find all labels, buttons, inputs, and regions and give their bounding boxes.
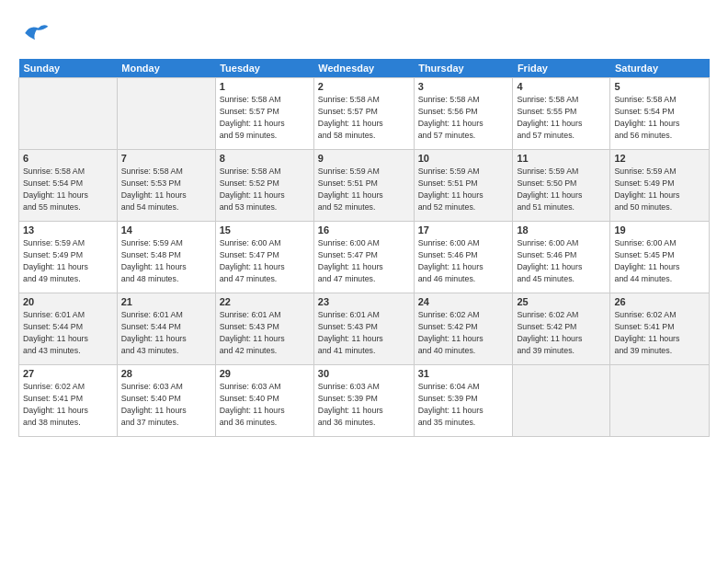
day-cell: 25Sunrise: 6:02 AM Sunset: 5:42 PM Dayli… xyxy=(513,293,610,365)
day-number: 8 xyxy=(220,153,310,164)
day-number: 23 xyxy=(318,296,410,307)
day-number: 12 xyxy=(614,153,705,164)
header-row: SundayMondayTuesdayWednesdayThursdayFrid… xyxy=(19,59,710,78)
week-row-1: 1Sunrise: 5:58 AM Sunset: 5:57 PM Daylig… xyxy=(19,78,710,150)
day-number: 25 xyxy=(517,296,606,307)
day-detail: Sunrise: 6:02 AM Sunset: 5:42 PM Dayligh… xyxy=(418,310,483,355)
day-cell: 22Sunrise: 6:01 AM Sunset: 5:43 PM Dayli… xyxy=(215,293,313,365)
day-detail: Sunrise: 6:00 AM Sunset: 5:47 PM Dayligh… xyxy=(220,238,285,283)
day-cell: 2Sunrise: 5:58 AM Sunset: 5:57 PM Daylig… xyxy=(313,78,414,150)
day-cell: 24Sunrise: 6:02 AM Sunset: 5:42 PM Dayli… xyxy=(414,293,513,365)
day-detail: Sunrise: 5:58 AM Sunset: 5:57 PM Dayligh… xyxy=(318,95,383,140)
day-cell: 17Sunrise: 6:00 AM Sunset: 5:46 PM Dayli… xyxy=(414,222,513,293)
day-number: 7 xyxy=(121,153,211,164)
day-cell xyxy=(19,78,118,150)
day-number: 16 xyxy=(318,224,410,236)
day-detail: Sunrise: 5:59 AM Sunset: 5:48 PM Dayligh… xyxy=(121,238,187,283)
day-cell: 27Sunrise: 6:02 AM Sunset: 5:41 PM Dayli… xyxy=(19,365,118,437)
day-detail: Sunrise: 6:02 AM Sunset: 5:42 PM Dayligh… xyxy=(517,310,582,355)
day-cell: 15Sunrise: 6:00 AM Sunset: 5:47 PM Dayli… xyxy=(215,222,313,293)
day-detail: Sunrise: 5:58 AM Sunset: 5:53 PM Dayligh… xyxy=(121,167,187,212)
day-cell: 9Sunrise: 5:59 AM Sunset: 5:51 PM Daylig… xyxy=(313,150,414,222)
day-cell: 12Sunrise: 5:59 AM Sunset: 5:49 PM Dayli… xyxy=(610,150,710,222)
day-detail: Sunrise: 6:00 AM Sunset: 5:46 PM Dayligh… xyxy=(418,238,483,283)
day-cell: 6Sunrise: 5:58 AM Sunset: 5:54 PM Daylig… xyxy=(19,150,118,222)
day-cell: 10Sunrise: 5:59 AM Sunset: 5:51 PM Dayli… xyxy=(414,150,513,222)
day-cell: 18Sunrise: 6:00 AM Sunset: 5:46 PM Dayli… xyxy=(513,222,610,293)
day-detail: Sunrise: 5:58 AM Sunset: 5:55 PM Dayligh… xyxy=(517,95,582,140)
day-cell: 5Sunrise: 5:58 AM Sunset: 5:54 PM Daylig… xyxy=(610,78,710,150)
day-cell: 26Sunrise: 6:02 AM Sunset: 5:41 PM Dayli… xyxy=(610,293,710,365)
day-detail: Sunrise: 5:58 AM Sunset: 5:57 PM Dayligh… xyxy=(220,95,285,140)
day-detail: Sunrise: 5:59 AM Sunset: 5:49 PM Dayligh… xyxy=(614,167,679,212)
day-cell: 31Sunrise: 6:04 AM Sunset: 5:39 PM Dayli… xyxy=(414,365,513,437)
col-header-wednesday: Wednesday xyxy=(313,59,414,78)
day-cell: 20Sunrise: 6:01 AM Sunset: 5:44 PM Dayli… xyxy=(19,293,118,365)
day-number: 15 xyxy=(220,224,310,236)
day-detail: Sunrise: 5:58 AM Sunset: 5:54 PM Dayligh… xyxy=(23,167,88,212)
day-number: 9 xyxy=(318,153,410,164)
day-number: 31 xyxy=(418,368,509,379)
day-number: 29 xyxy=(220,368,310,379)
day-number: 3 xyxy=(418,81,509,92)
day-number: 6 xyxy=(23,153,113,164)
day-number: 10 xyxy=(418,153,509,164)
col-header-monday: Monday xyxy=(117,59,215,78)
day-detail: Sunrise: 6:03 AM Sunset: 5:40 PM Dayligh… xyxy=(121,382,187,427)
day-cell: 28Sunrise: 6:03 AM Sunset: 5:40 PM Dayli… xyxy=(117,365,215,437)
calendar-table: SundayMondayTuesdayWednesdayThursdayFrid… xyxy=(18,59,710,437)
day-number: 1 xyxy=(220,81,310,92)
day-cell: 7Sunrise: 5:58 AM Sunset: 5:53 PM Daylig… xyxy=(117,150,215,222)
day-number: 30 xyxy=(318,368,410,379)
day-detail: Sunrise: 6:00 AM Sunset: 5:45 PM Dayligh… xyxy=(614,238,679,283)
day-detail: Sunrise: 5:59 AM Sunset: 5:51 PM Dayligh… xyxy=(318,167,383,212)
col-header-friday: Friday xyxy=(513,59,610,78)
day-detail: Sunrise: 5:58 AM Sunset: 5:56 PM Dayligh… xyxy=(418,95,483,140)
day-cell xyxy=(117,78,215,150)
day-number: 21 xyxy=(121,296,211,307)
day-number: 22 xyxy=(220,296,310,307)
logo xyxy=(18,17,55,50)
week-row-4: 20Sunrise: 6:01 AM Sunset: 5:44 PM Dayli… xyxy=(19,293,710,365)
day-number: 27 xyxy=(23,368,113,379)
day-cell: 23Sunrise: 6:01 AM Sunset: 5:43 PM Dayli… xyxy=(313,293,414,365)
col-header-sunday: Sunday xyxy=(19,59,118,78)
day-number: 14 xyxy=(121,224,211,236)
day-cell: 4Sunrise: 5:58 AM Sunset: 5:55 PM Daylig… xyxy=(513,78,610,150)
day-detail: Sunrise: 5:59 AM Sunset: 5:51 PM Dayligh… xyxy=(418,167,483,212)
day-number: 13 xyxy=(23,224,113,236)
day-detail: Sunrise: 5:59 AM Sunset: 5:49 PM Dayligh… xyxy=(23,238,88,283)
col-header-saturday: Saturday xyxy=(610,59,710,78)
day-cell: 30Sunrise: 6:03 AM Sunset: 5:39 PM Dayli… xyxy=(313,365,414,437)
day-detail: Sunrise: 6:01 AM Sunset: 5:44 PM Dayligh… xyxy=(121,310,187,355)
day-cell: 8Sunrise: 5:58 AM Sunset: 5:52 PM Daylig… xyxy=(215,150,313,222)
page: SundayMondayTuesdayWednesdayThursdayFrid… xyxy=(0,0,728,563)
day-cell: 29Sunrise: 6:03 AM Sunset: 5:40 PM Dayli… xyxy=(215,365,313,437)
day-number: 20 xyxy=(23,296,113,307)
day-detail: Sunrise: 6:00 AM Sunset: 5:46 PM Dayligh… xyxy=(517,238,582,283)
day-detail: Sunrise: 6:01 AM Sunset: 5:43 PM Dayligh… xyxy=(318,310,383,355)
day-cell: 11Sunrise: 5:59 AM Sunset: 5:50 PM Dayli… xyxy=(513,150,610,222)
day-detail: Sunrise: 6:01 AM Sunset: 5:43 PM Dayligh… xyxy=(220,310,285,355)
day-number: 18 xyxy=(517,224,606,236)
day-detail: Sunrise: 5:58 AM Sunset: 5:54 PM Dayligh… xyxy=(614,95,679,140)
day-detail: Sunrise: 6:02 AM Sunset: 5:41 PM Dayligh… xyxy=(23,382,88,427)
day-cell: 21Sunrise: 6:01 AM Sunset: 5:44 PM Dayli… xyxy=(117,293,215,365)
day-cell: 19Sunrise: 6:00 AM Sunset: 5:45 PM Dayli… xyxy=(610,222,710,293)
day-detail: Sunrise: 6:01 AM Sunset: 5:44 PM Dayligh… xyxy=(23,310,88,355)
day-cell: 13Sunrise: 5:59 AM Sunset: 5:49 PM Dayli… xyxy=(19,222,118,293)
day-cell: 16Sunrise: 6:00 AM Sunset: 5:47 PM Dayli… xyxy=(313,222,414,293)
week-row-2: 6Sunrise: 5:58 AM Sunset: 5:54 PM Daylig… xyxy=(19,150,710,222)
day-number: 24 xyxy=(418,296,509,307)
day-number: 5 xyxy=(614,81,705,92)
day-number: 11 xyxy=(517,153,606,164)
week-row-3: 13Sunrise: 5:59 AM Sunset: 5:49 PM Dayli… xyxy=(19,222,710,293)
week-row-5: 27Sunrise: 6:02 AM Sunset: 5:41 PM Dayli… xyxy=(19,365,710,437)
day-cell xyxy=(513,365,610,437)
day-number: 17 xyxy=(418,224,509,236)
day-number: 4 xyxy=(517,81,606,92)
day-detail: Sunrise: 6:00 AM Sunset: 5:47 PM Dayligh… xyxy=(318,238,383,283)
logo-icon xyxy=(18,17,51,50)
day-cell: 1Sunrise: 5:58 AM Sunset: 5:57 PM Daylig… xyxy=(215,78,313,150)
col-header-tuesday: Tuesday xyxy=(215,59,313,78)
